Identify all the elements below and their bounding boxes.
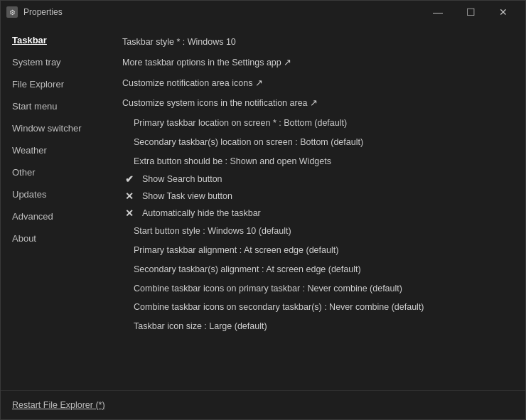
main-setting-item: Primary taskbar location on screen * : B… [122,114,511,133]
cross-icon: ✕ [122,190,136,202]
checkbox-label: Show Search button [142,174,222,184]
main-setting-item: Primary taskbar alignment : At screen ed… [122,241,511,260]
sidebar-item-start-menu[interactable]: Start menu [1,95,111,117]
main-setting-item: Customize notification area icons ↗ [122,73,511,94]
checkbox-label: Automatically hide the taskbar [142,208,261,218]
window-controls: — ☐ ✕ [422,1,520,23]
main-setting-item: Customize system icons in the notificati… [122,93,511,114]
properties-window: ⚙ Properties — ☐ ✕ TaskbarSystem trayFil… [0,0,526,420]
sidebar-item-weather[interactable]: Weather [1,139,111,161]
sidebar-item-file-explorer[interactable]: File Explorer [1,73,111,95]
title-bar: ⚙ Properties — ☐ ✕ [1,1,525,23]
sidebar-item-system-tray[interactable]: System tray [1,51,111,73]
sidebar-item-advanced[interactable]: Advanced [1,205,111,227]
checkbox-label: Show Task view button [142,191,232,201]
main-setting-item: Taskbar style * : Windows 10 [122,32,511,53]
sidebar-item-about[interactable]: About [1,227,111,249]
main-setting-item: Start button style : Windows 10 (default… [122,222,511,241]
maximize-button[interactable]: ☐ [454,1,487,23]
main-setting-item: More taskbar options in the Settings app… [122,53,511,73]
main-setting-item: Secondary taskbar(s) alignment : At scre… [122,260,511,279]
checkbox-row[interactable]: ✕Show Task view button [122,188,511,205]
checkmark-icon: ✔ [122,173,136,185]
cross-icon: ✕ [122,208,136,219]
sidebar-item-taskbar[interactable]: Taskbar [1,29,111,51]
main-setting-item: Extra button should be : Shown and open … [122,152,511,171]
main-setting-item: Combine taskbar icons on primary taskbar… [122,279,511,298]
main-setting-item: Taskbar icon size : Large (default) [122,317,511,336]
content-area: TaskbarSystem trayFile ExplorerStart men… [1,23,525,390]
sidebar: TaskbarSystem trayFile ExplorerStart men… [1,23,111,390]
window-title: Properties [23,7,422,17]
checkbox-row[interactable]: ✕Automatically hide the taskbar [122,205,511,222]
checkbox-row[interactable]: ✔Show Search button [122,171,511,188]
sidebar-item-updates[interactable]: Updates [1,183,111,205]
main-setting-item: Secondary taskbar(s) location on screen … [122,133,511,152]
minimize-button[interactable]: — [422,1,454,23]
main-content: Taskbar style * : Windows 10More taskbar… [111,23,525,390]
sidebar-item-window-switcher[interactable]: Window switcher [1,117,111,139]
footer: Restart File Explorer (*) [1,390,525,419]
restart-explorer-link[interactable]: Restart File Explorer (*) [12,400,105,410]
sidebar-item-other[interactable]: Other [1,161,111,183]
app-icon: ⚙ [6,6,18,18]
close-button[interactable]: ✕ [487,1,520,23]
main-setting-item: Combine taskbar icons on secondary taskb… [122,298,511,317]
